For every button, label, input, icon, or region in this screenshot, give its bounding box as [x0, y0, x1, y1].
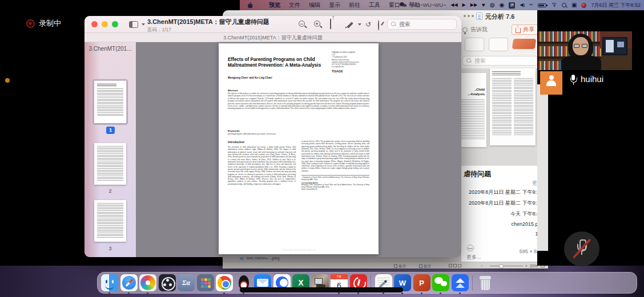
sidebar-document-label: 3.ChenMT(201...	[84, 46, 136, 52]
pdf-page[interactable]: TRAUMA, VIOLENCE, & ABUSE 1-13 © The Aut…	[219, 43, 379, 254]
volume-icon[interactable]: ◀)	[520, 3, 525, 7]
search-icon	[391, 22, 396, 27]
window-title-block: 3.ChenMT(2015)META：留守儿童虐待问题 页码：1/17	[147, 18, 269, 34]
target-status-icon[interactable]: ◉	[500, 2, 505, 8]
zoom-out-button[interactable]: −	[481, 264, 483, 268]
wps-window-title: 元分析 7.6	[485, 13, 514, 21]
participant-video	[538, 31, 632, 70]
markup-mode-icon[interactable]	[378, 21, 387, 29]
info-modified-date: 2020年8月11日 星期二 下午9:16	[469, 200, 542, 207]
menu-view[interactable]: 显示	[329, 1, 340, 9]
heart-icon[interactable]: ♥	[482, 2, 485, 8]
menu-go[interactable]: 前往	[349, 1, 360, 9]
menu-file[interactable]: 文件	[289, 1, 300, 9]
dock-finder-icon[interactable]	[101, 274, 118, 291]
dock-powerpoint-icon[interactable]: P	[413, 274, 430, 291]
window-controls-dots-icon[interactable]	[464, 15, 474, 17]
zoom-in-icon[interactable]: +	[314, 21, 323, 29]
ribbon-pen-tool[interactable]	[512, 39, 537, 49]
introduction-heading: Introduction	[228, 140, 296, 144]
media-play-icon[interactable]: ▶	[462, 3, 466, 7]
notification-dot	[5, 78, 10, 83]
page-thumbnail-2[interactable]	[94, 143, 126, 185]
dock-pinwheel-app-icon[interactable]	[139, 274, 156, 291]
menu-bar-clock[interactable]: 7月6日 周三 下午8:52	[591, 2, 641, 9]
share-button[interactable]: 共享	[512, 25, 538, 35]
menu-preview[interactable]: 预览	[269, 1, 280, 9]
menu-window[interactable]: 窗口	[389, 1, 400, 9]
affiliation-block: ¹ Department of Social Work and Social A…	[301, 175, 369, 191]
user-switch-icon[interactable]: ▣	[571, 2, 577, 8]
body-column-1: Introduction The prevention of child mal…	[228, 140, 296, 191]
search-input[interactable]	[399, 21, 448, 27]
spotlight-search-icon[interactable]	[562, 3, 567, 8]
media-next-icon[interactable]: ▶▶	[470, 3, 477, 7]
dock-obs-icon[interactable]	[159, 274, 176, 291]
dock-divider	[472, 275, 473, 291]
input-method-icon[interactable]: 拼	[509, 2, 515, 9]
paper-authors: Mengtong Chen¹ and Ko Ling Chan¹	[228, 76, 272, 79]
markup-chevron-icon[interactable]	[358, 23, 361, 26]
menu-bar-status-area: WU~WU~WU~ ◀◀ ▶ ▶▶ ♥ ◍ ◉ 拼 ◀) ✂ ▣ 7月6日 周三…	[400, 0, 641, 10]
share-icon[interactable]	[330, 19, 339, 27]
zoom-slider-knob[interactable]	[499, 264, 504, 268]
dock-chrome-icon[interactable]	[216, 274, 233, 291]
mute-microphone-button[interactable]	[564, 231, 599, 266]
wechat-status-icon[interactable]	[400, 2, 407, 8]
zoom-window-button[interactable]	[112, 21, 118, 27]
annotation-toggle[interactable]: 批注	[419, 264, 431, 269]
sidebar-chevron-icon[interactable]	[142, 23, 145, 26]
battery-icon[interactable]	[538, 3, 546, 7]
document-icon	[476, 13, 482, 20]
show-more-link[interactable]: 更多...	[466, 254, 481, 261]
media-previous-icon[interactable]: ◀◀	[450, 3, 457, 7]
rotate-icon[interactable]: ↺	[365, 21, 375, 30]
dock-wechat-icon[interactable]	[432, 274, 449, 291]
document-thumbnail-right[interactable]	[490, 68, 536, 145]
preview-title-bar[interactable]: 3.ChenMT(2015)META：留守儿童虐待问题 页码：1/17 − + …	[84, 16, 461, 33]
apple-logo-icon[interactable]	[247, 2, 253, 9]
zoom-out-icon[interactable]: −	[299, 21, 308, 29]
paper-body-columns: Introduction The prevention of child mal…	[228, 140, 369, 191]
markup-pencil-icon[interactable]	[346, 21, 355, 29]
menu-edit[interactable]: 编辑	[309, 1, 320, 9]
close-button[interactable]	[91, 21, 98, 27]
menu-tools[interactable]: 工具	[369, 1, 380, 9]
zoom-in-button[interactable]: +	[525, 264, 528, 268]
preview-window: 3.ChenMT(2015)META：留守儿童虐待问题 页码：1/17 − + …	[84, 16, 461, 257]
page-thumbnail-3[interactable]	[94, 200, 126, 242]
page-thumbnail-1[interactable]	[94, 81, 126, 123]
keywords-heading: Keywords	[228, 129, 240, 132]
ribbon-button-2[interactable]	[489, 38, 508, 51]
dock-tencent-docs-icon[interactable]	[452, 274, 469, 291]
tell-me-button[interactable]: 告诉我	[462, 26, 488, 34]
preview-search-field[interactable]	[387, 19, 457, 30]
zoom-slider[interactable]	[490, 266, 523, 266]
screen: 预览 文件 编辑 显示 前往 工具 窗口 帮助 WU~WU~WU~ ◀◀ ▶ ▶…	[0, 0, 644, 297]
tool-status-icon[interactable]: ✂	[529, 3, 533, 7]
dock-launchpad-icon[interactable]	[197, 274, 214, 291]
wps-document-area[interactable]: ..Child ..-Analysis	[451, 68, 548, 166]
dock-stats-app-icon[interactable]: Σα	[178, 274, 195, 291]
ellipsis-icon[interactable]: •••	[467, 245, 474, 251]
sidebar-toggle-icon[interactable]	[129, 21, 138, 28]
page-number-label: 3	[84, 246, 136, 251]
participant-name: huihui	[581, 74, 603, 84]
person-torso	[561, 55, 601, 70]
file-info-panel: 虐待问题 更少 2020年8月11日 星期二 下午9:16 2020年8月11日…	[461, 165, 548, 262]
page-number-badge: 1	[106, 127, 115, 134]
note-icon	[394, 265, 397, 268]
keywords-text: parenting programs, child maltreatment, …	[228, 133, 276, 135]
dock-safari-icon[interactable]	[120, 274, 138, 291]
view-mode-buttons[interactable]	[449, 264, 461, 267]
status-app-icon[interactable]	[581, 3, 586, 8]
info-title-fragment: 虐待问题	[464, 169, 491, 179]
ribbon-button-1[interactable]	[465, 38, 484, 51]
wifi-icon[interactable]	[551, 3, 557, 8]
tell-me-label: 告诉我	[470, 26, 488, 34]
note-toggle[interactable]: 备注	[394, 264, 406, 269]
wps-search-field[interactable]: 搜索	[462, 56, 538, 66]
record-status-icon[interactable]: ◍	[490, 2, 495, 8]
dock-trash-icon[interactable]	[477, 274, 494, 291]
minimize-button[interactable]	[102, 21, 108, 27]
